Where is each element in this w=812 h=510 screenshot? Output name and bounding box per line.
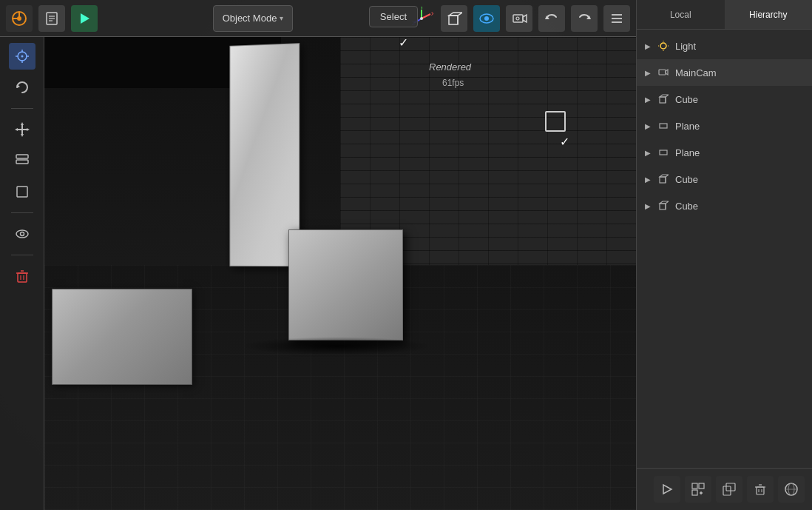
redo-icon[interactable] [571,5,598,32]
svg-rect-63 [660,150,667,155]
selection-checkmark: ✓ [560,135,569,149]
undo-icon[interactable] [538,5,565,32]
expand-arrow-cube3: ▶ [643,201,653,211]
eye-icon[interactable] [9,221,35,247]
svg-marker-39 [21,134,24,137]
top-toolbar: Object Mode ▾ X Y Z [0,0,636,37]
svg-marker-65 [660,175,669,177]
chair-seat-body [288,229,403,340]
file-icon[interactable] [38,5,65,32]
layers-icon[interactable] [9,147,35,174]
fps-counter: 61fps [442,78,477,88]
plane-item-icon-2 [656,145,671,160]
svg-rect-71 [692,483,697,489]
bottom-icons-row [637,468,812,510]
svg-marker-68 [660,201,669,204]
left-toolbar [0,37,44,510]
viewport[interactable]: Rendered 61fps ✓ [0,0,636,510]
svg-rect-16 [449,16,458,24]
hierarchy-item-maincam[interactable]: ▶ MainCam [637,59,812,86]
bottom-delete-icon[interactable] [747,476,774,503]
svg-text:Y: Y [420,7,424,10]
svg-marker-58 [666,70,668,75]
svg-marker-41 [27,128,30,131]
cube-1-label: Cube [675,94,806,105]
svg-rect-42 [16,155,28,158]
expand-arrow-plane1: ▶ [643,121,653,131]
svg-rect-67 [660,204,666,209]
blender-logo-icon[interactable] [6,5,33,32]
svg-rect-43 [16,160,28,164]
object-mode-button[interactable]: Object Mode ▾ [213,5,294,32]
svg-rect-59 [660,97,666,103]
menu-icon[interactable] [603,5,630,32]
expand-arrow-cube2: ▶ [643,174,653,184]
svg-rect-21 [513,15,523,22]
svg-rect-78 [757,487,764,494]
camera-icon[interactable] [506,5,532,32]
hierarchy-list: ▶ Light ▶ MainCam [637,30,812,468]
hierarchy-item-cube-1[interactable]: ▶ Cube [637,86,812,113]
add-object-icon[interactable] [685,476,711,503]
svg-point-45 [16,230,28,238]
visibility-icon[interactable] [473,5,500,32]
hierarchy-item-plane-1[interactable]: ▶ Plane [637,113,812,139]
chair-shadow [244,337,429,355]
cursor-tool-icon[interactable] [9,43,35,70]
svg-marker-17 [449,13,462,16]
play-icon[interactable] [71,5,98,32]
sphere-icon[interactable] [778,476,805,503]
hierarchy-tab[interactable]: Hierarchy [725,0,813,29]
hierarchy-item-plane-2[interactable]: ▶ Plane [637,139,812,166]
svg-rect-72 [699,483,704,489]
svg-point-52 [660,43,666,49]
svg-rect-44 [17,187,27,197]
svg-marker-40 [15,128,18,131]
svg-point-34 [21,56,23,58]
svg-text:X: X [431,11,433,16]
svg-rect-64 [660,177,666,183]
svg-marker-35 [17,84,20,88]
select-box-indicator [545,111,566,132]
expand-arrow-plane2: ▶ [643,147,653,158]
object-type-icon[interactable] [441,5,467,32]
bottom-play-icon[interactable] [654,476,680,503]
light-label: Light [675,41,806,52]
svg-marker-60 [660,95,669,97]
camera-item-icon [656,65,671,80]
local-tab[interactable]: Local [637,0,725,29]
svg-rect-57 [659,70,666,75]
cube-item-icon-1 [656,92,671,107]
svg-marker-70 [663,485,671,494]
separator-1 [11,108,33,109]
svg-marker-38 [21,122,24,125]
hierarchy-item-cube-3[interactable]: ▶ Cube [637,192,812,219]
plane-2-label: Plane [675,147,806,158]
plane-1-label: Plane [675,121,806,132]
cube-2-label: Cube [675,174,806,185]
svg-rect-47 [18,273,27,282]
select-button[interactable]: Select [369,6,418,27]
light-item-icon [656,38,671,53]
move-tool-icon[interactable] [9,116,35,143]
svg-point-23 [516,17,519,20]
hierarchy-item-light[interactable]: ▶ Light [637,33,812,59]
left-scene-cube [52,289,192,385]
svg-point-20 [484,16,489,21]
separator-2 [11,212,33,213]
svg-marker-8 [81,13,89,24]
plane-item-icon-1 [656,118,671,133]
right-panel: Local Hierarchy ▶ Light ▶ [636,0,812,510]
box-icon[interactable] [9,178,35,205]
svg-rect-62 [660,124,667,128]
maincam-label: MainCam [675,67,806,78]
hierarchy-item-cube-2[interactable]: ▶ Cube [637,166,812,192]
refresh-icon[interactable] [9,74,35,101]
svg-point-46 [20,232,24,236]
cube-3-label: Cube [675,201,806,212]
expand-arrow-light: ▶ [643,41,653,51]
svg-point-12 [420,17,423,20]
delete-icon[interactable] [9,263,35,289]
duplicate-icon[interactable] [716,476,742,503]
separator-3 [11,255,33,255]
